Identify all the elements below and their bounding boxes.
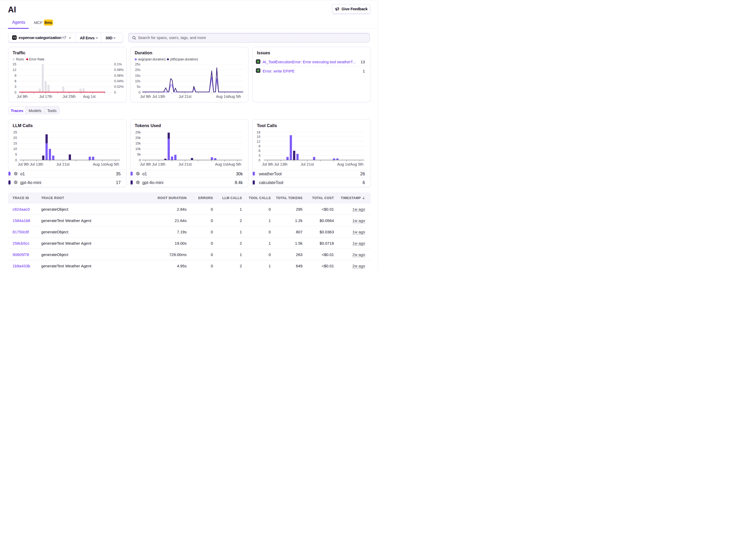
svg-text:Aug 5th: Aug 5th: [106, 162, 119, 166]
svg-text:0.08%: 0.08%: [114, 68, 124, 72]
svg-text:5k: 5k: [137, 152, 141, 156]
svg-text:Jul 9th: Jul 9th: [17, 94, 28, 98]
svg-text:0: 0: [114, 90, 116, 94]
svg-text:0: 0: [138, 90, 140, 94]
svg-text:p95(span.duration): p95(span.duration): [170, 58, 198, 61]
svg-text:0.06%: 0.06%: [114, 73, 124, 77]
svg-text:Jul 9th: Jul 9th: [140, 94, 151, 98]
svg-text:18: 18: [257, 130, 260, 134]
svg-text:10: 10: [13, 147, 17, 151]
svg-text:0: 0: [258, 158, 260, 162]
svg-text:20k: 20k: [135, 136, 141, 140]
svg-text:Jul 13th: Jul 13th: [152, 94, 165, 98]
svg-text:5s: 5s: [137, 85, 141, 88]
svg-text:12: 12: [257, 139, 260, 143]
svg-text:Jul 17th: Jul 17th: [39, 94, 52, 98]
svg-text:0.04%: 0.04%: [114, 79, 124, 83]
svg-text:0: 0: [15, 90, 16, 94]
svg-text:5: 5: [15, 152, 17, 156]
svg-text:Aug 1st: Aug 1st: [215, 162, 228, 166]
svg-text:Jul 9th: Jul 9th: [262, 162, 273, 166]
svg-text:20: 20: [13, 136, 17, 140]
svg-text:Aug 1st: Aug 1st: [337, 162, 350, 166]
svg-text:6: 6: [258, 149, 260, 153]
svg-text:Error Rate: Error Rate: [29, 58, 45, 61]
svg-text:15: 15: [13, 62, 16, 66]
svg-text:25k: 25k: [135, 130, 141, 134]
svg-text:15: 15: [257, 135, 260, 139]
svg-text:15k: 15k: [135, 141, 141, 145]
svg-text:Jul 25th: Jul 25th: [63, 94, 76, 98]
svg-text:Jul 13th: Jul 13th: [152, 162, 165, 166]
svg-text:Aug 5th: Aug 5th: [350, 162, 364, 166]
svg-text:Jul 21st: Jul 21st: [301, 162, 314, 166]
svg-text:Jul 9th: Jul 9th: [18, 162, 29, 166]
svg-text:0: 0: [139, 158, 141, 162]
svg-text:3: 3: [258, 154, 260, 157]
svg-text:0: 0: [15, 158, 17, 162]
svg-text:15: 15: [13, 141, 17, 145]
svg-text:Aug 1st: Aug 1st: [93, 162, 106, 166]
svg-text:15s: 15s: [135, 73, 141, 77]
svg-text:Aug 1st: Aug 1st: [216, 94, 229, 98]
svg-text:Runs: Runs: [16, 58, 24, 61]
svg-text:25: 25: [13, 130, 17, 134]
svg-text:9: 9: [258, 144, 260, 148]
svg-text:10k: 10k: [135, 147, 141, 151]
svg-text:25s: 25s: [135, 62, 141, 66]
svg-text:9: 9: [15, 73, 16, 77]
svg-text:Jul 21st: Jul 21st: [57, 162, 70, 166]
svg-text:10s: 10s: [135, 79, 141, 83]
svg-text:Aug 5th: Aug 5th: [228, 94, 241, 98]
svg-text:Jul 9th: Jul 9th: [140, 162, 151, 166]
svg-text:Jul 13th: Jul 13th: [274, 162, 288, 166]
svg-text:0.1%: 0.1%: [114, 62, 122, 66]
svg-text:Aug 5th: Aug 5th: [228, 162, 241, 166]
svg-text:0.02%: 0.02%: [114, 85, 124, 88]
svg-text:12: 12: [13, 68, 16, 72]
svg-text:Jul 21st: Jul 21st: [179, 94, 192, 98]
svg-text:6: 6: [15, 79, 16, 83]
svg-text:20s: 20s: [135, 68, 141, 72]
svg-text:Aug 1st: Aug 1st: [83, 94, 96, 98]
svg-text:Jul 13th: Jul 13th: [30, 162, 44, 166]
svg-text:avg(span.duration): avg(span.duration): [138, 58, 166, 61]
svg-text:3: 3: [15, 85, 16, 88]
svg-text:Jul 21st: Jul 21st: [179, 162, 192, 166]
